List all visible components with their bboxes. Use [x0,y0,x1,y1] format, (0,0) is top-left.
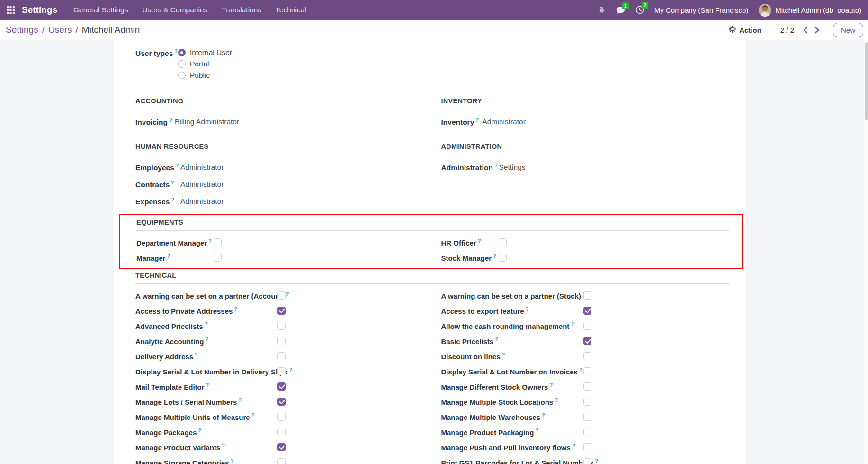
help-icon[interactable]: ? [478,238,481,244]
action-menu-button[interactable]: Action [729,26,761,34]
checkbox[interactable] [277,367,286,375]
help-icon[interactable]: ? [495,337,498,342]
field-label: Advanced Pricelists? [135,321,277,330]
checkbox[interactable] [499,254,507,262]
radio-button[interactable] [178,72,186,79]
checkbox[interactable] [277,352,286,360]
checkbox[interactable] [277,413,286,421]
vertical-scrollbar[interactable] [864,40,868,464]
pager-next-icon[interactable] [814,27,820,34]
help-icon[interactable]: ? [167,253,170,259]
field-value[interactable]: Settings [499,163,526,172]
help-icon[interactable]: ? [286,291,289,297]
apps-grid-icon[interactable] [7,6,15,14]
radio-button[interactable] [178,49,186,56]
help-icon[interactable]: ? [222,443,225,448]
breadcrumb-users-link[interactable]: Users [48,25,72,35]
new-button[interactable]: New [833,23,863,37]
user-type-option[interactable]: Internal User [178,47,232,58]
help-icon[interactable]: ? [595,458,598,464]
user-type-option[interactable]: Public [178,70,232,81]
scrollbar-thumb[interactable] [865,42,868,120]
user-menu[interactable]: Mitchell Admin (db_ooauto) [759,4,861,17]
checkbox[interactable] [214,254,222,262]
checkbox[interactable] [277,322,286,330]
help-icon[interactable]: ? [555,397,558,403]
radio-button[interactable] [178,60,186,68]
help-icon[interactable]: ? [542,412,545,418]
help-icon[interactable]: ? [171,197,174,202]
checkbox[interactable] [583,428,591,436]
checkbox[interactable] [583,398,591,406]
pager-previous-icon[interactable] [803,27,808,34]
help-icon[interactable]: ? [205,337,208,342]
help-icon[interactable]: ? [579,367,582,373]
user-type-option[interactable]: Portal [178,58,232,70]
help-icon[interactable]: ? [205,321,208,327]
checkbox[interactable] [277,337,286,345]
checkbox[interactable] [499,238,507,246]
field-value[interactable]: Administrator [180,197,224,206]
app-name[interactable]: Settings [22,5,57,15]
checkbox[interactable] [583,322,591,330]
checkbox[interactable] [583,367,591,375]
help-icon[interactable]: ? [176,163,179,168]
help-icon[interactable]: ? [238,397,242,403]
checkbox[interactable] [583,307,591,315]
checkbox[interactable] [277,428,286,436]
navbar-menu-item[interactable]: Translations [222,6,261,14]
checkbox[interactable] [277,307,286,315]
help-icon[interactable]: ? [234,306,237,312]
navbar-menu-item[interactable]: Technical [276,6,306,14]
field-label: Display Serial & Lot Number on Invoices? [441,367,583,376]
navbar-menu-item[interactable]: Users & Companies [142,6,207,14]
help-icon[interactable]: ? [494,163,498,168]
field-value[interactable]: Administrator [483,118,526,126]
checkbox[interactable] [583,458,591,464]
help-icon[interactable]: ? [169,117,172,123]
field-value[interactable]: Billing Administrator [175,118,239,126]
help-icon[interactable]: ? [502,352,505,357]
checkbox[interactable] [277,382,286,391]
messages-icon[interactable]: 1 [616,6,625,14]
help-icon[interactable]: ? [549,382,553,388]
help-icon[interactable]: ? [174,48,178,54]
checkbox[interactable] [583,337,591,345]
help-icon[interactable]: ? [198,428,201,433]
activities-clock-icon[interactable]: 2 [635,6,644,14]
checkbox[interactable] [277,443,286,451]
setting-row: Access to Private Addresses? [135,303,424,318]
help-icon[interactable]: ? [571,321,574,327]
help-icon[interactable]: ? [535,428,538,433]
checkbox[interactable] [583,413,591,421]
navbar-menu-item[interactable]: General Settings [73,6,128,14]
field-label: Administration? [441,163,499,172]
help-icon[interactable]: ? [195,352,198,357]
help-icon[interactable]: ? [526,306,529,312]
checkbox[interactable] [277,291,286,300]
field-value[interactable]: Administrator [180,180,224,189]
checkbox[interactable] [277,398,286,406]
setting-row: Display Serial & Lot Number in Delivery … [135,364,424,379]
checkbox[interactable] [277,458,286,464]
breadcrumb-settings-link[interactable]: Settings [6,25,38,35]
checkbox[interactable] [214,238,222,246]
help-icon[interactable]: ? [231,458,234,464]
debug-bug-icon[interactable] [598,6,606,14]
help-icon[interactable]: ? [251,412,255,418]
checkbox[interactable] [583,382,591,391]
help-icon[interactable]: ? [475,117,479,123]
company-switcher[interactable]: My Company (San Francisco) [654,6,748,14]
setting-row: Manage Multiple Warehouses? [441,409,730,424]
help-icon[interactable]: ? [572,443,575,448]
help-icon[interactable]: ? [493,253,496,259]
checkbox[interactable] [583,352,591,360]
help-icon[interactable]: ? [171,180,174,185]
breadcrumb-separator: / [76,25,78,35]
checkbox[interactable] [583,443,591,451]
checkbox[interactable] [583,291,591,300]
help-icon[interactable]: ? [208,238,212,244]
help-icon[interactable]: ? [206,382,209,388]
field-value[interactable]: Administrator [180,163,224,172]
help-icon[interactable]: ? [289,367,293,373]
